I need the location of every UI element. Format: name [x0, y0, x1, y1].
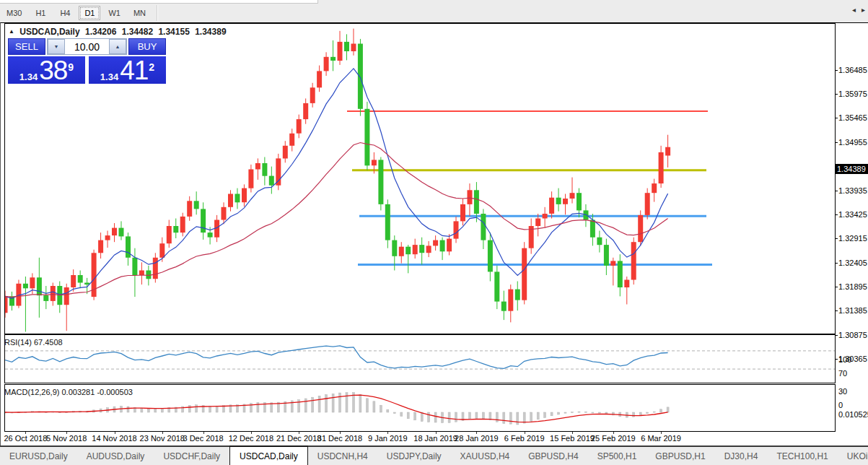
macd-histogram-bar — [475, 412, 478, 418]
macd-histogram-bar — [496, 412, 498, 422]
time-axis-label: 9 Jan 2019 — [368, 434, 407, 443]
candle — [119, 228, 124, 237]
candle — [454, 221, 459, 238]
toolbar-separator — [157, 5, 158, 21]
rsi-axis-label: 70 — [838, 369, 847, 378]
one-click-trading-panel: SELL ▼ ▲ BUY 1.34 38 9 — [8, 38, 166, 84]
macd-histogram-bar — [141, 408, 143, 412]
timeframe-button-d1[interactable]: D1 — [79, 6, 100, 20]
candle — [310, 87, 315, 103]
time-axis-label: 6 Mar 2019 — [641, 434, 681, 443]
price-axis-label: 1.33935 — [838, 186, 867, 195]
macd-histogram-bar — [304, 399, 307, 412]
time-axis-label: 15 Feb 2019 — [550, 434, 595, 443]
chart-tab-gbpusd-h4[interactable]: GBPUSD,H4 — [519, 447, 587, 465]
chart-tab-usdcad-daily[interactable]: USDCAD,Daily — [229, 446, 308, 465]
macd-histogram-bar — [154, 409, 157, 412]
price-axis-label: 1.36485 — [838, 66, 867, 74]
candle — [549, 198, 554, 214]
sell-button[interactable]: SELL — [8, 38, 45, 55]
candle — [248, 170, 253, 188]
candle — [283, 146, 288, 159]
candle — [364, 109, 369, 166]
macd-histogram-bar — [544, 412, 546, 418]
volume-increase-button[interactable]: ▲ — [109, 39, 126, 54]
macd-histogram-bar — [448, 412, 450, 422]
macd-histogram-bar — [489, 412, 491, 420]
candle — [228, 194, 233, 207]
buy-button[interactable]: BUY — [128, 38, 166, 55]
candle — [126, 236, 131, 257]
candle — [153, 258, 158, 279]
candle — [508, 290, 513, 311]
volume-input[interactable] — [65, 39, 109, 54]
price-tick — [835, 263, 838, 264]
macd-histogram-bar — [325, 395, 328, 413]
volume-spinner: ▼ ▲ — [47, 38, 127, 55]
candle — [139, 271, 144, 276]
timeframe-button-mn[interactable]: MN — [128, 6, 151, 20]
chart-tab-xauusd-h4[interactable]: XAUUSD,H4 — [451, 447, 520, 465]
candle — [344, 42, 349, 51]
chart-tab-ukoil[interactable]: UKOil, — [838, 447, 868, 465]
candle — [43, 295, 48, 301]
volume-decrease-button[interactable]: ▼ — [48, 39, 65, 54]
rsi-indicator-canvas[interactable] — [4, 334, 836, 383]
macd-histogram-bar — [509, 412, 512, 424]
timeframe-button-w1[interactable]: W1 — [103, 6, 126, 20]
candle — [242, 188, 247, 203]
candle — [405, 247, 411, 255]
chart-tab-usdjpy-daily[interactable]: USDJPY,Daily — [377, 447, 451, 465]
collapse-trade-panel-icon[interactable]: ▲ — [9, 28, 14, 35]
sell-price-big: 38 — [39, 59, 67, 82]
macd-histogram-bar — [161, 409, 163, 412]
chart-tab-sp500-h1[interactable]: SP500,H1 — [588, 447, 646, 465]
chart-tab-tech100-h1[interactable]: TECH100,H1 — [767, 447, 837, 465]
macd-histogram-bar — [318, 396, 320, 412]
timeframe-button-m30[interactable]: M30 — [1, 6, 27, 20]
time-axis-label: 26 Oct 2018 — [4, 434, 47, 443]
chart-tab-dj30-h4[interactable]: DJ30,H4 — [715, 447, 768, 465]
macd-histogram-bar — [523, 412, 525, 423]
rsi-axis-label: 100 — [838, 355, 851, 364]
timeframe-button-h1[interactable]: H1 — [30, 6, 51, 20]
candle — [180, 217, 185, 232]
time-axis-label: 5 Nov 2018 — [46, 434, 87, 443]
sell-price-button[interactable]: 1.34 38 9 — [8, 56, 85, 84]
buy-price-big: 41 — [120, 59, 148, 82]
price-axis-label: 1.35465 — [838, 113, 867, 122]
scroll-tabs-left-icon[interactable]: ◂ — [852, 6, 856, 14]
price-axis-label: 1.30875 — [838, 331, 867, 339]
timeframe-button-h4[interactable]: H4 — [54, 6, 76, 20]
ohlc-high: 1.34482 — [122, 27, 153, 37]
macd-histogram-bar — [564, 412, 566, 413]
candle — [515, 290, 520, 300]
chart-tab-usdchf-daily[interactable]: USDCHF,Daily — [154, 447, 229, 465]
chart-tab-gbpusd-h1[interactable]: GBPUSD,H1 — [646, 447, 714, 465]
candle — [447, 239, 452, 252]
macd-histogram-bar — [558, 412, 560, 414]
candle — [324, 57, 329, 71]
price-tick — [835, 118, 838, 118]
price-axis-label: 1.35975 — [838, 90, 867, 98]
candle — [570, 193, 575, 199]
candle — [659, 152, 664, 183]
chart-tab-audusd-daily[interactable]: AUDUSD,Daily — [77, 447, 154, 465]
candle — [624, 280, 629, 288]
current-price-tag: 1.34389 — [835, 164, 868, 174]
time-axis[interactable]: 26 Oct 20185 Nov 201814 Nov 201823 Nov 2… — [1, 432, 868, 446]
candle — [419, 245, 424, 253]
macd-histogram-bar — [421, 412, 423, 422]
candle — [351, 44, 356, 52]
candle — [385, 204, 390, 240]
chart-tab-eurusd-daily[interactable]: EURUSD,Daily — [0, 447, 77, 465]
candle — [78, 275, 83, 283]
scroll-tabs-right-icon[interactable]: ▸ — [862, 6, 865, 14]
candle — [468, 190, 473, 204]
macd-histogram-bar — [633, 412, 635, 417]
buy-price-button[interactable]: 1.34 41 2 — [89, 56, 166, 84]
candle — [30, 277, 35, 288]
macd-axis-label: 0.010525 — [838, 410, 868, 419]
chart-tab-usdcnh-h4[interactable]: USDCNH,H4 — [308, 447, 377, 465]
macd-histogram-bar — [366, 399, 368, 412]
